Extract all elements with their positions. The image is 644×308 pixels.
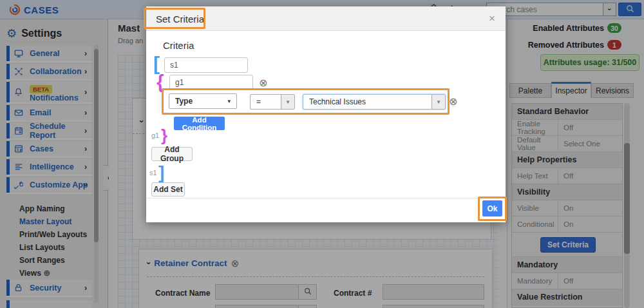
condition-operator-select[interactable]: = ▾: [250, 94, 295, 110]
condition-value-select[interactable]: Technical Issues ▾: [303, 94, 446, 110]
select-value: Type: [169, 97, 222, 106]
add-set-button[interactable]: Add Set: [151, 182, 185, 197]
modal-footer-divider: [146, 198, 506, 198]
modal-header: Set Criteria ×: [146, 6, 506, 31]
remove-condition-icon[interactable]: ⊗: [449, 97, 457, 107]
group-close-tag: g1: [151, 131, 159, 139]
set-close-tag: s1: [149, 169, 157, 177]
ok-button[interactable]: Ok: [482, 200, 502, 217]
group-open-bracket: {: [156, 72, 164, 91]
caret-down-icon: ▾: [222, 98, 236, 104]
remove-group-icon[interactable]: ⊗: [259, 78, 267, 88]
select-value: =: [251, 97, 281, 106]
close-icon[interactable]: ×: [489, 12, 495, 25]
caret-down-icon: ▾: [431, 95, 445, 109]
set-name-input[interactable]: [164, 57, 248, 73]
add-condition-button[interactable]: Add Condition: [174, 117, 225, 130]
app-screen: CASES › ⚙ Settings General › Collaborati…: [0, 0, 644, 308]
add-group-button[interactable]: Add Group: [151, 147, 193, 161]
set-close-bracket: ]: [158, 164, 164, 182]
select-value: Technical Issues: [303, 97, 431, 106]
set-criteria-modal: Set Criteria × Criteria [ { ⊗ Type ▾ = ▾…: [146, 6, 506, 222]
modal-title: Set Criteria: [156, 14, 204, 24]
group-name-input[interactable]: [169, 75, 253, 90]
caret-down-icon: ▾: [281, 95, 294, 109]
group-close-bracket: }: [161, 127, 167, 144]
criteria-label: Criteria: [163, 40, 194, 51]
condition-field-select[interactable]: Type ▾: [169, 93, 237, 109]
